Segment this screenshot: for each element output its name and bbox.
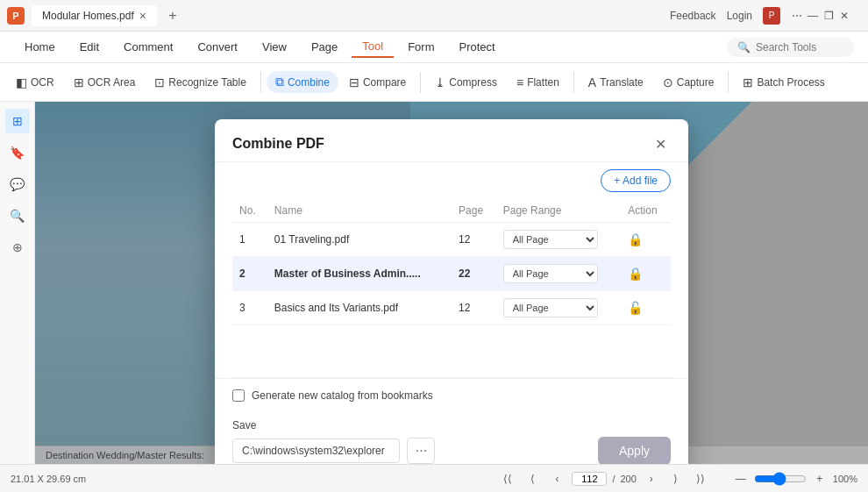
toolbar-separator-1 <box>260 72 261 93</box>
search-box[interactable]: 🔍 <box>727 38 854 57</box>
menu-protect[interactable]: Protect <box>449 37 506 57</box>
toolbar-recognize-table-label: Recognize Table <box>168 76 246 89</box>
nav-next-page[interactable]: › <box>642 469 661 488</box>
apply-button[interactable]: Apply <box>598 437 671 464</box>
dialog-close-button[interactable]: ✕ <box>650 133 671 154</box>
current-page-input[interactable] <box>572 472 607 486</box>
toolbar-recognize-table[interactable]: ⊡ Recognize Table <box>146 72 255 93</box>
toolbar-compress[interactable]: ⤓ Compress <box>426 72 506 93</box>
more-options-icon[interactable]: ⋯ <box>791 10 803 22</box>
zoom-level: 100% <box>833 474 857 484</box>
menu-tool[interactable]: Tool <box>352 36 394 58</box>
menu-convert[interactable]: Convert <box>187 37 248 57</box>
row2-no: 2 <box>232 257 267 291</box>
save-path-input[interactable] <box>232 439 400 463</box>
row3-action: 🔓 <box>621 291 671 325</box>
sidebar-comments[interactable]: 💬 <box>5 172 30 196</box>
nav-prev-page[interactable]: ⟨ <box>523 469 542 488</box>
app-icon: P <box>7 7 25 25</box>
translate-icon: A <box>588 75 596 89</box>
table-row: 1 01 Traveling.pdf 12 All Page Custom Ra… <box>232 223 671 257</box>
toolbar-translate[interactable]: A Translate <box>580 72 652 93</box>
row1-no: 1 <box>232 223 267 257</box>
save-row: ··· Apply <box>232 437 671 464</box>
close-window-button[interactable]: ✕ <box>838 10 850 22</box>
search-icon: 🔍 <box>737 41 751 53</box>
toolbar-batch-process-label: Batch Process <box>757 76 824 89</box>
nav-last-page[interactable]: ⟩⟩ <box>691 469 710 488</box>
browse-button[interactable]: ··· <box>407 438 435 464</box>
sidebar-layers[interactable]: ⊕ <box>5 235 30 260</box>
nav-prev-page-2[interactable]: ‹ <box>547 469 566 488</box>
ocr-area-icon: ⊞ <box>74 75 84 89</box>
toolbar-flatten[interactable]: ≡ Flatten <box>508 72 568 93</box>
menu-edit[interactable]: Edit <box>69 37 110 57</box>
row3-page: 12 <box>452 291 496 325</box>
menu-form[interactable]: Form <box>397 37 445 57</box>
titlebar: P Modular Homes.pdf × + Feedback Login P… <box>0 0 868 32</box>
toolbar-capture[interactable]: ⊙ Capture <box>654 72 723 93</box>
row3-no-lock-icon: 🔓 <box>628 301 643 315</box>
ocr-icon: ◧ <box>16 75 27 89</box>
sidebar-thumbnails[interactable]: ⊞ <box>5 109 30 133</box>
file-tab[interactable]: Modular Homes.pdf × <box>32 5 157 26</box>
nav-next-page-2[interactable]: ⟩ <box>666 469 686 488</box>
toolbar-ocr-area-label: OCR Area <box>88 76 136 89</box>
toolbar-batch-process[interactable]: ⊞ Batch Process <box>734 72 833 93</box>
toolbar-separator-2 <box>420 72 421 93</box>
login-button[interactable]: Login <box>727 10 752 22</box>
minimize-button[interactable]: — <box>807 10 819 22</box>
add-tab-button[interactable]: + <box>164 7 181 25</box>
col-action: Action <box>621 199 671 223</box>
sidebar-bookmarks[interactable]: 🔖 <box>5 140 30 165</box>
row1-page: 12 <box>452 223 496 257</box>
menu-page[interactable]: Page <box>301 37 348 57</box>
row2-range: All Page Custom Range <box>496 257 622 291</box>
compare-icon: ⊟ <box>349 75 359 89</box>
row2-action: 🔒 <box>621 257 671 291</box>
toolbar-ocr-area[interactable]: ⊞ OCR Area <box>65 72 145 93</box>
row2-lock-icon: 🔒 <box>628 267 643 281</box>
row3-range-select[interactable]: All Page Custom Range <box>503 298 598 317</box>
sidebar-search[interactable]: 🔍 <box>5 203 30 228</box>
statusbar: 21.01 X 29.69 cm ⟨⟨ ⟨ ‹ / 200 › ⟩ ⟩⟩ — +… <box>0 464 868 492</box>
row1-action: 🔒 <box>621 223 671 257</box>
zoom-slider[interactable] <box>754 472 807 486</box>
close-tab-icon[interactable]: × <box>139 9 146 23</box>
feedback-button[interactable]: Feedback <box>670 10 716 22</box>
user-icon: P <box>763 7 780 25</box>
zoom-in-button[interactable]: + <box>810 469 829 488</box>
nav-first-page[interactable]: ⟨⟨ <box>498 469 517 488</box>
row1-range-select[interactable]: All Page Custom Range <box>503 230 598 249</box>
content-area: lligent And rapher For y Services Destin… <box>35 102 868 464</box>
menu-home[interactable]: Home <box>14 37 66 57</box>
titlebar-actions: Feedback Login P ⋯ — ❐ ✕ <box>181 7 861 25</box>
save-area: Save ··· Apply <box>215 412 688 464</box>
catalog-checkbox[interactable] <box>232 389 245 402</box>
window-controls: ⋯ — ❐ ✕ <box>791 10 850 22</box>
maximize-button[interactable]: ❐ <box>822 10 835 22</box>
zoom-out-button[interactable]: — <box>731 469 751 488</box>
row1-lock-icon: 🔒 <box>628 232 643 246</box>
toolbar-combine[interactable]: ⧉ Combine <box>267 71 338 93</box>
page-separator: / <box>612 474 615 484</box>
col-page-range: Page Range <box>496 199 622 223</box>
toolbar: ◧ OCR ⊞ OCR Area ⊡ Recognize Table ⧉ Com… <box>0 63 868 102</box>
toolbar-compare[interactable]: ⊟ Compare <box>340 72 415 93</box>
file-name: Modular Homes.pdf <box>42 10 134 22</box>
statusbar-nav: ⟨⟨ ⟨ ‹ / 200 › ⟩ ⟩⟩ <box>498 469 709 488</box>
recognize-table-icon: ⊡ <box>154 75 165 89</box>
compress-icon: ⤓ <box>435 75 445 89</box>
add-file-label: + Add file <box>614 175 658 187</box>
row3-no: 3 <box>232 291 267 325</box>
main-area: ⊞ 🔖 💬 🔍 ⊕ lligent And rapher For y Servi… <box>0 102 868 464</box>
toolbar-compare-label: Compare <box>363 76 406 89</box>
search-input[interactable] <box>756 41 843 53</box>
row2-range-select[interactable]: All Page Custom Range <box>503 264 598 283</box>
add-file-button[interactable]: + Add file <box>601 169 671 192</box>
toolbar-compress-label: Compress <box>449 76 497 89</box>
flatten-icon: ≡ <box>516 75 523 89</box>
menu-view[interactable]: View <box>252 37 297 57</box>
menu-comment[interactable]: Comment <box>113 37 183 57</box>
toolbar-ocr[interactable]: ◧ OCR <box>7 72 63 93</box>
